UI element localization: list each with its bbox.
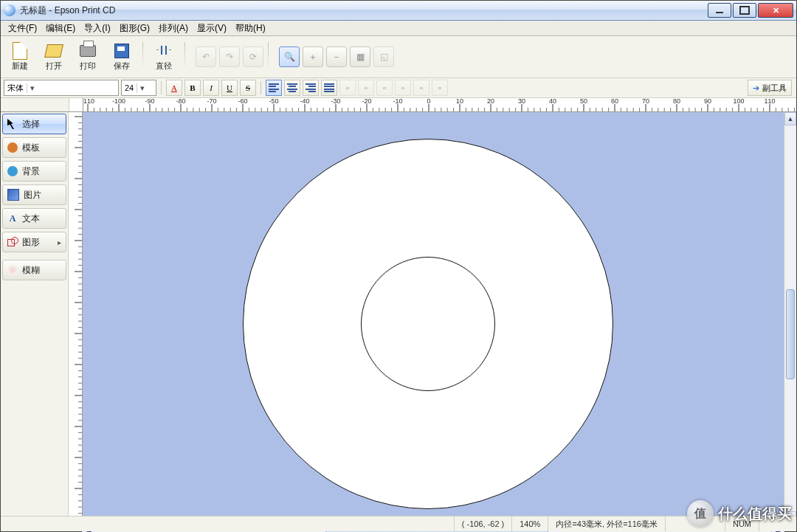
group-button[interactable]: ▫ — [413, 80, 429, 96]
export-icon: ➔ — [753, 83, 759, 93]
tool-text[interactable]: A文本 — [2, 208, 66, 229]
menu-view[interactable]: 显示(V) — [193, 21, 231, 36]
order-front-button[interactable]: ▫ — [339, 80, 356, 96]
zoom-out-button[interactable]: － — [326, 46, 347, 67]
template-icon — [7, 142, 18, 153]
diameter-label: 直径 — [156, 61, 172, 72]
toolbar-separator — [268, 42, 269, 72]
underline-button[interactable]: U — [221, 80, 238, 96]
horizontal-ruler[interactable]: -110-100-90-80-70-60-50-40-30-20-1001020… — [83, 98, 796, 112]
undo-button[interactable]: ↶ — [196, 46, 216, 67]
redo-button[interactable]: ↷ — [219, 46, 240, 67]
order-forward-button[interactable]: ▫ — [376, 80, 393, 96]
svg-text:-10: -10 — [393, 98, 402, 105]
minimize-button[interactable] — [708, 3, 731, 18]
close-button[interactable] — [758, 3, 793, 18]
align-justify-button[interactable] — [321, 80, 337, 96]
svg-text:-100: -100 — [112, 98, 125, 105]
align-left-icon — [269, 83, 279, 92]
svg-text:50: 50 — [580, 98, 587, 105]
zoom-in-icon: ＋ — [308, 51, 317, 63]
align-center-icon — [287, 83, 297, 92]
tool-template-label: 模板 — [22, 142, 40, 154]
svg-text:-60: -60 — [238, 98, 247, 105]
chevron-right-icon: ▸ — [58, 238, 61, 246]
menu-file[interactable]: 文件(F) — [4, 21, 41, 36]
vertical-ruler[interactable] — [69, 112, 83, 525]
chevron-down-icon: ▾ — [27, 83, 38, 93]
align-center-button[interactable] — [284, 80, 300, 96]
canvas-wrap: ▲ ▼ — [83, 112, 796, 525]
italic-button[interactable]: I — [203, 80, 219, 96]
picture-icon — [7, 189, 19, 201]
globe-icon — [7, 166, 18, 176]
status-diameter: 内径=43毫米, 外径=116毫米 — [548, 517, 665, 531]
work-area: 选择 模板 背景 图片 A文本 图形▸ 模糊 ▲ ▼ — [1, 112, 796, 525]
tool-select[interactable]: 选择 — [2, 114, 66, 134]
svg-text:60: 60 — [611, 98, 618, 105]
ungroup-button[interactable]: ▫ — [432, 80, 448, 96]
rotate-button[interactable]: ⟳ — [243, 46, 263, 67]
print-label: 打印 — [80, 61, 96, 72]
order-back-button[interactable]: ▫ — [358, 80, 374, 96]
shape-icon — [7, 237, 18, 247]
svg-text:80: 80 — [673, 98, 680, 105]
tool-background[interactable]: 背景 — [2, 161, 66, 182]
chevron-down-icon: ▾ — [137, 83, 148, 93]
diameter-button[interactable]: 直径 — [148, 39, 180, 75]
tool-shape[interactable]: 图形▸ — [2, 232, 66, 252]
refresh-button[interactable]: ◱ — [373, 46, 394, 67]
font-family-combo[interactable]: 宋体 ▾ — [4, 80, 119, 96]
printer-icon — [80, 45, 96, 57]
font-family-value: 宋体 — [7, 83, 24, 94]
align-justify-icon — [324, 83, 334, 92]
menu-edit[interactable]: 编辑(E) — [41, 21, 80, 36]
tool-blur-label: 模糊 — [22, 264, 40, 277]
svg-text:30: 30 — [518, 98, 525, 105]
align-right-button[interactable] — [303, 80, 319, 96]
folder-open-icon — [44, 44, 63, 58]
svg-text:-20: -20 — [362, 98, 371, 105]
grid-toggle-button[interactable]: ▦ — [350, 46, 370, 67]
svg-text:10: 10 — [456, 98, 463, 105]
status-bar: ( -106, -62 ) 140% 内径=43毫米, 外径=116毫米 NUM — [1, 516, 796, 531]
tool-select-label: 选择 — [22, 118, 40, 131]
maximize-button[interactable] — [733, 3, 756, 18]
tool-picture-label: 图片 — [24, 189, 41, 201]
print-button[interactable]: 打印 — [72, 39, 104, 75]
order-backward-button[interactable]: ▫ — [395, 80, 411, 96]
new-button[interactable]: 新建 — [4, 39, 36, 75]
floppy-icon — [114, 44, 129, 58]
zoom-fit-button[interactable]: 🔍 — [279, 46, 300, 67]
menu-help[interactable]: 帮助(H) — [231, 21, 270, 36]
vertical-scroll-thumb[interactable] — [786, 289, 795, 379]
menu-arrange[interactable]: 排列(A) — [154, 21, 193, 36]
open-button[interactable]: 打开 — [38, 39, 70, 75]
tool-background-label: 背景 — [22, 165, 40, 178]
menu-shape[interactable]: 图形(G) — [115, 21, 154, 36]
zoom-group: 🔍 ＋ － ▦ ◱ — [279, 46, 394, 67]
design-canvas[interactable] — [83, 112, 784, 525]
toolbar-separator — [142, 42, 143, 72]
tool-template[interactable]: 模板 — [2, 137, 66, 158]
align-left-button[interactable] — [266, 80, 282, 96]
aux-tool-button[interactable]: ➔ 副工具 — [748, 80, 792, 96]
tool-panel: 选择 模板 背景 图片 A文本 图形▸ 模糊 — [1, 112, 69, 525]
scroll-up-button[interactable]: ▲ — [784, 112, 796, 125]
tool-picture[interactable]: 图片 — [2, 184, 66, 205]
vertical-scrollbar[interactable]: ▲ ▼ — [784, 112, 796, 525]
strike-button[interactable]: S — [240, 80, 256, 96]
aux-tool-label: 副工具 — [762, 83, 787, 94]
pointer-icon — [7, 119, 18, 129]
menu-import[interactable]: 导入(I) — [80, 21, 114, 36]
bold-button[interactable]: B — [184, 80, 201, 96]
disc-inner[interactable] — [361, 257, 495, 391]
font-color-button[interactable]: A — [166, 80, 182, 96]
text-icon: A — [7, 213, 18, 224]
tool-blur[interactable]: 模糊 — [2, 260, 66, 280]
svg-text:40: 40 — [549, 98, 556, 105]
font-size-combo[interactable]: 24 ▾ — [121, 80, 156, 96]
svg-text:-30: -30 — [331, 98, 340, 105]
zoom-in-button[interactable]: ＋ — [303, 46, 323, 67]
save-button[interactable]: 保存 — [106, 39, 138, 75]
